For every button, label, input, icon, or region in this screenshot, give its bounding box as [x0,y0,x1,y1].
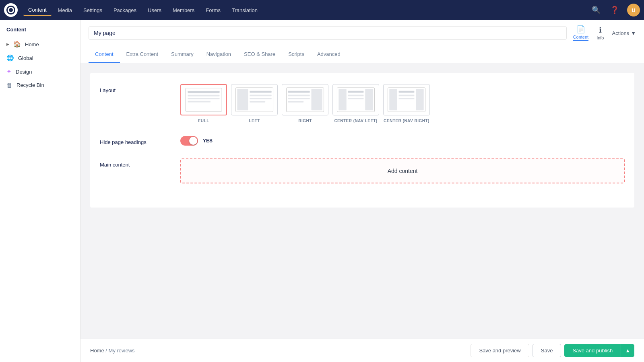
tab-advanced[interactable]: Advanced [311,46,347,63]
svg-rect-22 [365,89,373,110]
footer-buttons: Save and preview Save Save and publish ▲ [471,344,634,357]
sidebar-item-home[interactable]: ▶ 🏠 Home [0,37,80,51]
layout-option-center-nav-right[interactable]: CENTER (NAV RIGHT) [383,84,430,123]
content-header: 📄 Content ℹ Info Actions ▼ [80,20,644,46]
tab-navigation[interactable]: Navigation [200,46,237,63]
svg-rect-10 [250,101,265,103]
save-publish-button[interactable]: Save and publish [564,344,621,357]
sidebar-item-global[interactable]: 🌐 Global [0,51,80,65]
footer-bar: Home / My reviews Save and preview Save … [80,339,644,362]
layout-label-center-nav-left: CENTER (NAV LEFT) [334,119,377,123]
nav-item-content[interactable]: Content [23,4,52,16]
tab-extra-content[interactable]: Extra Content [120,46,165,63]
content-panel: Layout [80,63,644,339]
svg-rect-27 [399,98,415,99]
sidebar-item-design[interactable]: ✦ Design [0,65,80,78]
svg-rect-7 [250,91,271,93]
svg-rect-18 [339,89,346,110]
svg-rect-3 [188,98,220,99]
layout-box-full[interactable] [180,84,227,115]
sidebar: Content ▶ 🏠 Home 🌐 Global ✦ Design 🗑 Rec… [0,20,80,362]
layout-option-left[interactable]: LEFT [231,84,278,123]
app-body: Content ▶ 🏠 Home 🌐 Global ✦ Design 🗑 Rec… [0,20,644,362]
nav-item-users[interactable]: Users [143,5,166,16]
help-icon[interactable]: ❓ [609,4,621,16]
svg-rect-20 [348,95,364,96]
search-icon[interactable]: 🔍 [590,4,602,16]
main-content-control: Add content [180,158,625,183]
breadcrumb-current: My reviews [109,348,135,354]
nav-item-settings[interactable]: Settings [78,5,107,16]
layout-box-right[interactable] [282,84,328,115]
svg-rect-14 [288,95,310,96]
main-area: 📄 Content ℹ Info Actions ▼ Content Extra… [80,20,644,362]
layout-label-center-nav-right: CENTER (NAV RIGHT) [384,119,429,123]
actions-label: Actions [612,30,629,36]
save-preview-button[interactable]: Save and preview [471,344,529,357]
svg-rect-26 [399,95,415,96]
svg-rect-28 [416,89,423,110]
info-btn-label: Info [597,35,604,40]
sidebar-title: Content [0,27,80,37]
tab-content[interactable]: Content [89,46,120,63]
hide-headings-toggle[interactable] [180,136,198,146]
breadcrumb-home-link[interactable]: Home [90,348,104,354]
tab-summary[interactable]: Summary [165,46,200,63]
layout-box-left[interactable] [231,84,278,115]
publish-dropdown-button[interactable]: ▲ [621,344,634,357]
nav-item-translation[interactable]: Translation [227,5,262,16]
design-icon: ✦ [6,68,12,75]
tabs-bar: Content Extra Content Summary Navigation… [80,46,644,63]
svg-rect-6 [237,89,248,110]
layout-option-full[interactable]: FULL [180,84,227,123]
avatar[interactable]: U [627,4,640,16]
actions-dropdown[interactable]: Actions ▼ [612,30,636,36]
hide-headings-control: YES [180,136,625,146]
layout-option-right[interactable]: RIGHT [282,84,328,123]
nav-item-media[interactable]: Media [53,5,77,16]
main-content-label: Main content [100,158,180,168]
tab-seo-share[interactable]: SEO & Share [237,46,282,63]
add-content-button[interactable]: Add content [388,168,418,174]
layout-label-right: RIGHT [298,119,312,123]
nav-item-forms[interactable]: Forms [201,5,225,16]
sidebar-item-global-label: Global [18,55,33,61]
breadcrumb-separator: / [105,348,108,354]
svg-rect-16 [288,101,303,103]
layout-box-center-nav-right[interactable] [383,84,430,115]
layout-label-left: LEFT [249,119,260,123]
svg-rect-8 [250,95,271,96]
svg-rect-15 [288,98,310,99]
add-content-box[interactable]: Add content [180,158,625,183]
hide-headings-row: Hide page headings YES [100,136,625,146]
svg-rect-9 [250,98,271,99]
svg-rect-12 [312,89,322,110]
content-header-btn[interactable]: 📄 Content [573,25,589,41]
home-icon: 🏠 [13,41,21,48]
sidebar-item-recycle-bin[interactable]: 🗑 Recycle Bin [0,78,80,92]
top-nav: Content Media Settings Packages Users Me… [0,0,644,20]
sidebar-item-design-label: Design [16,69,32,75]
global-icon: 🌐 [6,54,14,62]
main-content-row: Main content Add content [100,158,625,183]
content-btn-label: Content [573,35,589,39]
header-actions: 📄 Content ℹ Info Actions ▼ [573,25,636,41]
layout-options: FULL [180,84,625,123]
nav-item-members[interactable]: Members [168,5,199,16]
layout-row: Layout [100,84,625,123]
breadcrumb: Home / My reviews [90,348,135,354]
logo[interactable] [4,3,18,17]
toggle-value-label: YES [203,138,213,144]
tab-scripts[interactable]: Scripts [282,46,311,63]
save-button[interactable]: Save [533,344,561,357]
info-header-btn[interactable]: ℹ Info [597,26,604,40]
layout-box-center-nav-left[interactable] [332,84,379,115]
svg-rect-1 [188,91,220,93]
layout-option-center-nav-left[interactable]: CENTER (NAV LEFT) [332,84,379,123]
dropdown-chevron-icon: ▼ [631,30,636,36]
publish-button-group: Save and publish ▲ [564,344,634,357]
nav-item-packages[interactable]: Packages [109,5,141,16]
page-name-input[interactable] [89,26,567,40]
sidebar-item-recycle-label: Recycle Bin [17,82,44,88]
expand-arrow-icon: ▶ [6,42,9,46]
